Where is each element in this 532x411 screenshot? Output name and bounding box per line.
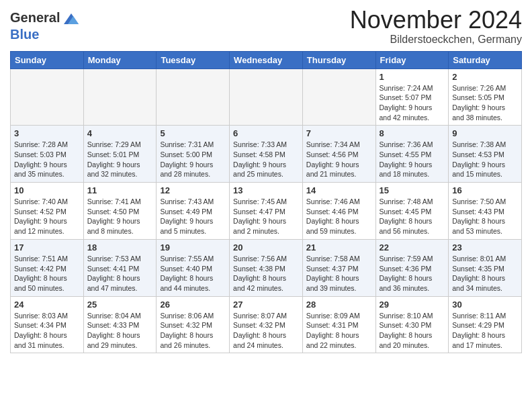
day-info: Sunrise: 7:40 AM Sunset: 4:52 PM Dayligh… xyxy=(14,197,80,236)
col-saturday: Saturday xyxy=(449,51,522,68)
calendar-cell: 12Sunrise: 7:43 AM Sunset: 4:49 PM Dayli… xyxy=(157,183,230,240)
calendar-cell: 18Sunrise: 7:53 AM Sunset: 4:41 PM Dayli… xyxy=(83,239,157,296)
col-monday: Monday xyxy=(83,51,157,68)
day-number: 7 xyxy=(306,128,372,138)
day-number: 22 xyxy=(380,242,445,253)
day-number: 6 xyxy=(233,128,299,138)
day-info: Sunrise: 7:38 AM Sunset: 4:53 PM Dayligh… xyxy=(452,140,518,179)
day-info: Sunrise: 8:03 AM Sunset: 4:34 PM Dayligh… xyxy=(14,311,80,351)
calendar-cell: 28Sunrise: 8:09 AM Sunset: 4:31 PM Dayli… xyxy=(302,296,375,353)
page-container: General Blue November 2024 Bilderstoeckc… xyxy=(0,0,532,360)
col-friday: Friday xyxy=(375,51,449,68)
col-sunday: Sunday xyxy=(11,51,84,68)
calendar-table: Sunday Monday Tuesday Wednesday Thursday… xyxy=(10,51,522,354)
day-info: Sunrise: 7:55 AM Sunset: 4:40 PM Dayligh… xyxy=(160,254,226,293)
day-info: Sunrise: 7:41 AM Sunset: 4:50 PM Dayligh… xyxy=(87,197,153,236)
calendar-cell: 16Sunrise: 7:50 AM Sunset: 4:43 PM Dayli… xyxy=(449,183,522,240)
calendar-cell: 30Sunrise: 8:11 AM Sunset: 4:29 PM Dayli… xyxy=(449,296,522,353)
day-number: 3 xyxy=(14,128,80,138)
day-number: 25 xyxy=(87,300,153,310)
calendar-cell: 20Sunrise: 7:56 AM Sunset: 4:38 PM Dayli… xyxy=(230,239,303,296)
day-info: Sunrise: 7:59 AM Sunset: 4:36 PM Dayligh… xyxy=(380,254,445,293)
day-number: 4 xyxy=(87,128,153,138)
logo-blue: Blue xyxy=(10,27,80,42)
logo: General Blue xyxy=(10,10,80,42)
day-info: Sunrise: 7:29 AM Sunset: 5:01 PM Dayligh… xyxy=(87,140,153,179)
calendar-week-row: 17Sunrise: 7:51 AM Sunset: 4:42 PM Dayli… xyxy=(11,239,522,296)
logo-general: General xyxy=(10,10,60,25)
day-number: 20 xyxy=(233,242,299,253)
calendar-cell: 9Sunrise: 7:38 AM Sunset: 4:53 PM Daylig… xyxy=(449,126,522,183)
day-info: Sunrise: 7:28 AM Sunset: 5:03 PM Dayligh… xyxy=(14,140,80,179)
calendar-week-row: 3Sunrise: 7:28 AM Sunset: 5:03 PM Daylig… xyxy=(11,126,522,183)
day-info: Sunrise: 8:01 AM Sunset: 4:35 PM Dayligh… xyxy=(452,254,518,293)
day-number: 10 xyxy=(14,185,80,195)
calendar-cell: 13Sunrise: 7:45 AM Sunset: 4:47 PM Dayli… xyxy=(230,183,303,240)
col-wednesday: Wednesday xyxy=(230,51,303,68)
page-header: General Blue November 2024 Bilderstoeckc… xyxy=(10,7,522,46)
day-number: 12 xyxy=(160,185,226,195)
day-number: 30 xyxy=(452,300,518,310)
calendar-cell: 4Sunrise: 7:29 AM Sunset: 5:01 PM Daylig… xyxy=(83,126,157,183)
day-number: 16 xyxy=(452,185,518,195)
day-info: Sunrise: 7:34 AM Sunset: 4:56 PM Dayligh… xyxy=(306,140,372,179)
day-info: Sunrise: 7:33 AM Sunset: 4:58 PM Dayligh… xyxy=(233,140,299,179)
day-number: 5 xyxy=(160,128,226,138)
calendar-cell: 26Sunrise: 8:06 AM Sunset: 4:32 PM Dayli… xyxy=(157,296,230,353)
location: Bilderstoeckchen, Germany xyxy=(350,34,522,46)
calendar-cell: 6Sunrise: 7:33 AM Sunset: 4:58 PM Daylig… xyxy=(230,126,303,183)
calendar-cell: 10Sunrise: 7:40 AM Sunset: 4:52 PM Dayli… xyxy=(11,183,84,240)
day-number: 1 xyxy=(380,72,445,82)
day-number: 15 xyxy=(380,185,445,195)
logo-text-block: General Blue xyxy=(10,10,80,42)
day-info: Sunrise: 8:10 AM Sunset: 4:30 PM Dayligh… xyxy=(380,311,445,351)
calendar-cell: 3Sunrise: 7:28 AM Sunset: 5:03 PM Daylig… xyxy=(11,126,84,183)
day-info: Sunrise: 7:26 AM Sunset: 5:05 PM Dayligh… xyxy=(452,83,518,123)
calendar-header-row: Sunday Monday Tuesday Wednesday Thursday… xyxy=(11,51,522,68)
calendar-cell: 29Sunrise: 8:10 AM Sunset: 4:30 PM Dayli… xyxy=(375,296,449,353)
day-info: Sunrise: 8:07 AM Sunset: 4:32 PM Dayligh… xyxy=(233,311,299,351)
month-title: November 2024 xyxy=(350,7,522,34)
calendar-cell: 5Sunrise: 7:31 AM Sunset: 5:00 PM Daylig… xyxy=(157,126,230,183)
day-number: 18 xyxy=(87,242,153,253)
col-thursday: Thursday xyxy=(302,51,375,68)
day-info: Sunrise: 7:58 AM Sunset: 4:37 PM Dayligh… xyxy=(306,254,372,293)
calendar-cell: 17Sunrise: 7:51 AM Sunset: 4:42 PM Dayli… xyxy=(11,239,84,296)
calendar-week-row: 10Sunrise: 7:40 AM Sunset: 4:52 PM Dayli… xyxy=(11,183,522,240)
day-info: Sunrise: 7:31 AM Sunset: 5:00 PM Dayligh… xyxy=(160,140,226,179)
day-number: 27 xyxy=(233,300,299,310)
day-info: Sunrise: 7:24 AM Sunset: 5:07 PM Dayligh… xyxy=(380,83,445,123)
day-info: Sunrise: 8:09 AM Sunset: 4:31 PM Dayligh… xyxy=(306,311,372,351)
day-number: 26 xyxy=(160,300,226,310)
day-info: Sunrise: 7:50 AM Sunset: 4:43 PM Dayligh… xyxy=(452,197,518,236)
logo-line: General xyxy=(10,10,80,27)
day-info: Sunrise: 7:46 AM Sunset: 4:46 PM Dayligh… xyxy=(306,197,372,236)
calendar-cell xyxy=(83,68,157,126)
logo-icon xyxy=(61,11,80,27)
calendar-cell: 2Sunrise: 7:26 AM Sunset: 5:05 PM Daylig… xyxy=(449,68,522,126)
calendar-cell: 7Sunrise: 7:34 AM Sunset: 4:56 PM Daylig… xyxy=(302,126,375,183)
calendar-cell: 25Sunrise: 8:04 AM Sunset: 4:33 PM Dayli… xyxy=(83,296,157,353)
day-info: Sunrise: 8:06 AM Sunset: 4:32 PM Dayligh… xyxy=(160,311,226,351)
day-number: 24 xyxy=(14,300,80,310)
day-number: 9 xyxy=(452,128,518,138)
calendar-week-row: 1Sunrise: 7:24 AM Sunset: 5:07 PM Daylig… xyxy=(11,68,522,126)
calendar-cell: 8Sunrise: 7:36 AM Sunset: 4:55 PM Daylig… xyxy=(375,126,449,183)
calendar-cell: 24Sunrise: 8:03 AM Sunset: 4:34 PM Dayli… xyxy=(11,296,84,353)
calendar-week-row: 24Sunrise: 8:03 AM Sunset: 4:34 PM Dayli… xyxy=(11,296,522,353)
day-number: 23 xyxy=(452,242,518,253)
day-info: Sunrise: 7:45 AM Sunset: 4:47 PM Dayligh… xyxy=(233,197,299,236)
day-number: 28 xyxy=(306,300,372,310)
day-info: Sunrise: 8:11 AM Sunset: 4:29 PM Dayligh… xyxy=(452,311,518,351)
col-tuesday: Tuesday xyxy=(157,51,230,68)
calendar-cell: 11Sunrise: 7:41 AM Sunset: 4:50 PM Dayli… xyxy=(83,183,157,240)
calendar-cell: 15Sunrise: 7:48 AM Sunset: 4:45 PM Dayli… xyxy=(375,183,449,240)
day-number: 17 xyxy=(14,242,80,253)
calendar-cell xyxy=(302,68,375,126)
day-info: Sunrise: 8:04 AM Sunset: 4:33 PM Dayligh… xyxy=(87,311,153,351)
calendar-cell: 22Sunrise: 7:59 AM Sunset: 4:36 PM Dayli… xyxy=(375,239,449,296)
day-number: 19 xyxy=(160,242,226,253)
title-block: November 2024 Bilderstoeckchen, Germany xyxy=(350,7,522,46)
calendar-cell: 19Sunrise: 7:55 AM Sunset: 4:40 PM Dayli… xyxy=(157,239,230,296)
calendar-cell xyxy=(157,68,230,126)
